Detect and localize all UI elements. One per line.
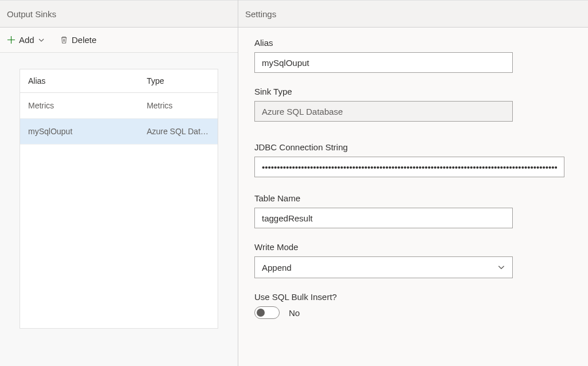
settings-panel: Settings Alias Sink Type JDBC Connection… (238, 0, 588, 366)
settings-header: Settings (238, 0, 588, 28)
add-button[interactable]: Add (5, 33, 47, 47)
delete-button[interactable]: Delete (57, 33, 99, 47)
jdbc-label: JDBC Connection String (254, 142, 572, 152)
bulk-insert-value: No (289, 308, 300, 318)
table-row[interactable]: Metrics Metrics (20, 93, 218, 119)
sink-table-container: Alias Type Metrics Metrics mySqlOuput Az… (0, 53, 238, 345)
plus-icon (7, 36, 16, 44)
alias-input[interactable] (254, 52, 513, 73)
add-button-label: Add (19, 35, 34, 45)
toggle-knob (257, 309, 265, 317)
table-name-input[interactable] (254, 208, 513, 228)
header-alias: Alias (20, 69, 138, 92)
table-row[interactable]: mySqlOuput Azure SQL Datab... (20, 119, 218, 145)
bulk-insert-toggle-row: No (254, 306, 572, 319)
output-sinks-toolbar: Add Delete (0, 28, 238, 53)
write-mode-label: Write Mode (254, 242, 572, 252)
header-type: Type (138, 69, 218, 92)
bulk-insert-toggle[interactable] (254, 306, 280, 319)
table-name-group: Table Name (254, 193, 572, 228)
write-mode-select[interactable]: Append (254, 256, 513, 278)
sink-table: Alias Type Metrics Metrics mySqlOuput Az… (20, 69, 218, 329)
sink-type-label: Sink Type (254, 87, 572, 96)
bulk-insert-label: Use SQL Bulk Insert? (254, 292, 572, 302)
jdbc-input[interactable] (254, 157, 564, 177)
alias-group: Alias (254, 38, 572, 73)
row-type: Metrics (138, 93, 218, 118)
sink-type-input[interactable] (254, 101, 513, 122)
sink-table-header: Alias Type (20, 69, 218, 93)
row-alias: mySqlOuput (20, 119, 138, 144)
output-sinks-header: Output Sinks (0, 0, 238, 28)
table-filler (20, 145, 218, 328)
write-mode-value: Append (262, 263, 292, 272)
write-mode-group: Write Mode Append (254, 242, 572, 278)
row-alias: Metrics (20, 93, 138, 118)
table-name-label: Table Name (254, 193, 572, 203)
alias-label: Alias (254, 38, 572, 48)
row-type: Azure SQL Datab... (138, 119, 218, 144)
output-sinks-title: Output Sinks (7, 9, 56, 19)
output-sinks-panel: Output Sinks Add Delete (0, 0, 238, 366)
sink-type-group: Sink Type (254, 87, 572, 122)
chevron-down-icon (497, 263, 505, 271)
jdbc-group: JDBC Connection String (254, 142, 572, 177)
delete-button-label: Delete (72, 35, 96, 45)
bulk-insert-group: Use SQL Bulk Insert? No (254, 292, 572, 319)
settings-form: Alias Sink Type JDBC Connection String T… (238, 28, 588, 343)
settings-title: Settings (245, 9, 276, 19)
chevron-down-icon (38, 37, 45, 44)
trash-icon (60, 36, 68, 44)
